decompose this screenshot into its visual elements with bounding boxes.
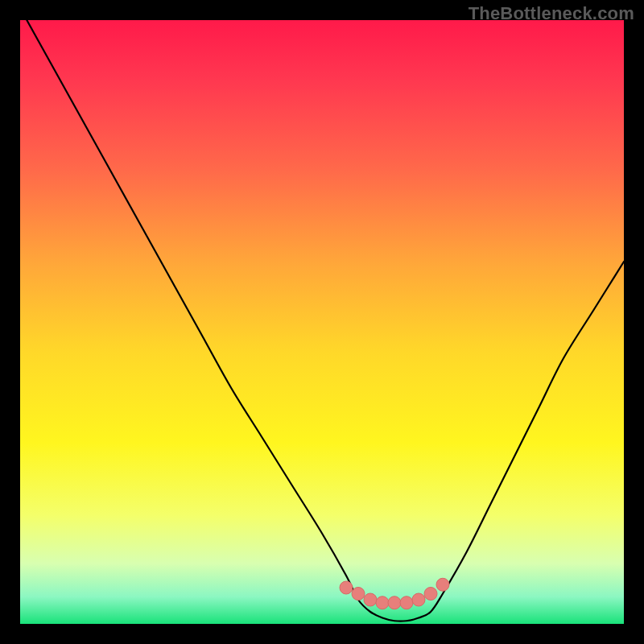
marker-dot	[376, 597, 389, 609]
bottleneck-chart	[20, 20, 624, 624]
marker-dot	[412, 593, 425, 606]
marker-dot	[364, 593, 377, 606]
plot-area	[20, 20, 624, 624]
marker-dot	[436, 578, 449, 591]
marker-dot	[400, 597, 413, 609]
marker-dot	[340, 581, 353, 594]
marker-dot	[352, 588, 365, 601]
chart-frame: TheBottleneck.com	[0, 0, 644, 644]
marker-dot	[424, 588, 437, 601]
marker-dot	[388, 597, 401, 609]
